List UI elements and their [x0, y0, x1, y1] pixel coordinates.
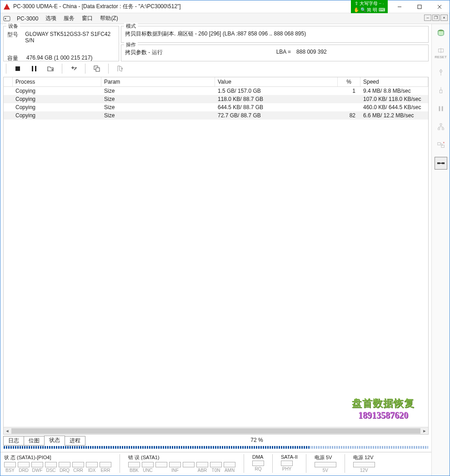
link-icon[interactable]	[435, 157, 447, 170]
svg-rect-25	[437, 143, 440, 145]
svg-rect-9	[35, 66, 36, 71]
open-button[interactable]	[43, 62, 58, 75]
slider-icon[interactable]	[435, 66, 447, 79]
col-percent[interactable]: %	[338, 77, 360, 86]
menu-app-icon	[3, 15, 10, 22]
col-process[interactable]: Process	[13, 77, 101, 86]
lba-value: 888 009 392	[296, 49, 327, 56]
capacity-label: 容量	[7, 55, 26, 62]
cell-value: 118.0 KB/ 88.7 GB	[215, 95, 338, 103]
operation-fieldset: 操作 拷贝参数 - 运行 LBA = 888 009 392	[121, 45, 429, 61]
status-sata2: SATA-II PHY	[281, 454, 298, 473]
pause-button[interactable]	[26, 62, 42, 75]
col-value[interactable]: Value	[215, 77, 338, 86]
cell-process: Copying	[13, 111, 101, 120]
cell-param: Size	[101, 95, 215, 103]
menu-options[interactable]: 选项	[42, 14, 60, 23]
cell-process: Copying	[13, 87, 101, 95]
status-bit: IDX	[86, 462, 98, 473]
h-scrollbar[interactable]: ◄ ►	[4, 427, 428, 434]
operation-status: 拷贝参数 - 运行	[125, 49, 163, 56]
status-bit: PHY	[281, 461, 293, 471]
status-bit: DWF	[31, 462, 43, 473]
maximize-button[interactable]	[410, 0, 430, 13]
exit-button[interactable]	[112, 62, 128, 75]
table-row[interactable]: CopyingSize118.0 KB/ 88.7 GB107.0 KB/ 11…	[4, 95, 428, 103]
settings-button[interactable]	[66, 62, 81, 75]
cell-speed: 107.0 KB/ 118.0 KB/sec	[360, 95, 428, 103]
mdi-controls: – ❐ ×	[424, 15, 448, 21]
mdi-restore-button[interactable]: ❐	[432, 15, 440, 21]
svg-rect-24	[442, 128, 444, 130]
model-value: GLOWAY STK512GS3-S7 S1FC42 S/N	[25, 31, 115, 44]
svg-rect-21	[441, 106, 443, 111]
bottom-tabs: 日志位图状态进程 72 %	[0, 435, 431, 445]
scroll-thumb[interactable]	[11, 428, 420, 434]
status-error: 错 误 (SATA1) BBKUNCINFABRT0NAMN	[128, 454, 235, 473]
status-bit	[183, 462, 195, 473]
side-pause-icon[interactable]	[435, 102, 447, 115]
menubar: PC-3000 选项 服务 窗口 帮助(Z) – ❐ ×	[0, 13, 450, 24]
ime-indicator[interactable]: ⇧ 大写字母 ·· ⸱ ✋ 🔍 简 明 ⌨	[351, 0, 388, 14]
cell-param: Size	[101, 87, 215, 95]
bottom-tab[interactable]: 日志	[3, 436, 24, 446]
minimize-button[interactable]	[390, 0, 410, 13]
device-legend: 设备	[6, 23, 20, 30]
mdi-close-button[interactable]: ×	[440, 15, 448, 21]
svg-rect-5	[4, 16, 10, 21]
hierarchy-icon[interactable]	[435, 120, 447, 133]
process-table: Process Param Value % Speed CopyingSize1…	[3, 77, 429, 435]
menu-app-label[interactable]: PC-3000	[13, 15, 42, 23]
mdi-minimize-button[interactable]: –	[424, 15, 431, 21]
status-bit: ERR	[100, 462, 111, 473]
reset-icon[interactable]: RESET	[435, 45, 447, 60]
cell-value: 1.5 GB/ 157.0 GB	[215, 87, 338, 95]
bottom-tab[interactable]: 进程	[65, 436, 85, 446]
status-panel: 状 态 (SATA1)-[PIO4] BSYDRDDWFDSCDRQCRRIDX…	[0, 452, 431, 476]
svg-marker-0	[4, 4, 10, 10]
scroll-left-icon[interactable]: ◄	[4, 427, 11, 435]
copy-button[interactable]	[89, 62, 105, 75]
status-power5v: 电源 5V 5V	[315, 454, 336, 473]
cell-speed: 460.0 KB/ 644.5 KB/sec	[360, 103, 428, 111]
status-bit: CRR	[72, 462, 84, 473]
status-bit	[155, 462, 167, 473]
table-row[interactable]: CopyingSize72.7 GB/ 88.7 GB826.6 MB/ 12.…	[4, 111, 428, 120]
bottom-tab[interactable]: 状态	[44, 436, 65, 445]
svg-point-10	[75, 67, 77, 68]
window-controls	[390, 0, 450, 13]
titlebar: PC-3000 UDMA-E - China - [Data Extractor…	[0, 0, 450, 13]
transfer-icon[interactable]: ×	[435, 139, 447, 151]
svg-rect-26	[441, 145, 444, 147]
status-dma: DMA RQ	[252, 454, 264, 473]
status-bit: AMN	[224, 462, 235, 473]
svg-point-6	[5, 18, 6, 19]
status-bit: 12V	[353, 462, 375, 473]
menu-window[interactable]: 窗口	[78, 14, 96, 23]
drive-icon[interactable]	[435, 27, 447, 40]
status-bit: BSY	[4, 462, 16, 473]
stop-button[interactable]	[10, 62, 25, 75]
window-title: PC-3000 UDMA-E - China - [Data Extractor…	[13, 3, 181, 10]
capacity-value: 476.94 GB (1 000 215 217)	[26, 55, 92, 62]
cell-percent	[338, 95, 360, 103]
status-bit: BBK	[128, 462, 140, 473]
status-bit: ABR	[196, 462, 208, 473]
svg-rect-12	[96, 68, 100, 71]
col-speed[interactable]: Speed	[360, 77, 428, 86]
info-panels: 设备 型号 GLOWAY STK512GS3-S7 S1FC42 S/N 容量 …	[0, 24, 431, 61]
menu-service[interactable]: 服务	[60, 14, 78, 23]
svg-rect-29	[441, 162, 444, 164]
table-body[interactable]: CopyingSize1.5 GB/ 157.0 GB19.4 MB/ 8.8 …	[4, 87, 428, 427]
table-row[interactable]: CopyingSize1.5 GB/ 157.0 GB19.4 MB/ 8.8 …	[4, 87, 428, 95]
menu-help[interactable]: 帮助(Z)	[96, 14, 121, 23]
device-fieldset: 设备 型号 GLOWAY STK512GS3-S7 S1FC42 S/N 容量 …	[3, 26, 119, 61]
col-param[interactable]: Param	[101, 77, 215, 86]
table-row[interactable]: CopyingSize644.5 KB/ 88.7 GB460.0 KB/ 64…	[4, 103, 428, 111]
bottom-tab[interactable]: 位图	[24, 436, 45, 446]
connector-icon[interactable]	[435, 84, 447, 97]
mode-text: 拷贝目标数据到副本. 扇区链 - 260 [296] (LBA :887 858…	[125, 30, 425, 38]
scroll-right-icon[interactable]: ►	[421, 427, 428, 435]
cell-speed: 6.6 MB/ 12.2 MB/sec	[360, 111, 428, 120]
close-button[interactable]	[430, 0, 450, 13]
